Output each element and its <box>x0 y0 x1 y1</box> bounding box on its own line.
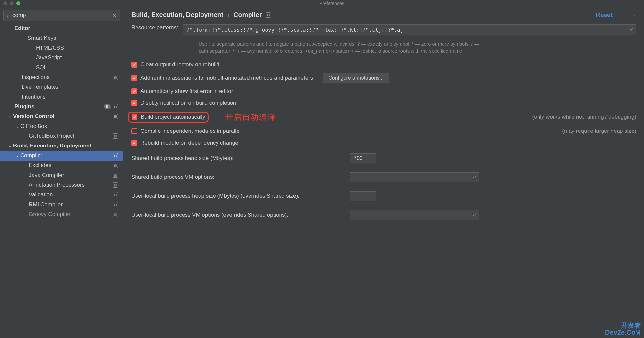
resource-patterns-help: Use ; to separate patterns and ! to nega… <box>199 40 486 54</box>
configure-annotations-button[interactable]: Configure annotations... <box>323 73 389 83</box>
user-vm-label: User-local build process VM options (ove… <box>131 212 350 218</box>
tree-rmi-compiler[interactable]: RMI Compiler⊟ <box>0 200 123 209</box>
chk-build-notification[interactable] <box>131 100 137 106</box>
nav-back-icon[interactable]: ← <box>618 11 624 19</box>
search-input[interactable] <box>12 12 109 19</box>
settings-tree: Editor ⌄Smart Keys HTML/CSS JavaScript S… <box>0 23 123 338</box>
chevron-right-icon: › <box>227 11 230 19</box>
window-title: Preferences <box>23 1 641 6</box>
shared-vm-label: Shared build process VM options: <box>131 174 350 180</box>
tree-annotation-processors[interactable]: Annotation Processors⊟ <box>0 180 123 190</box>
chk-rebuild-dependency-label: Rebuild module on dependency change <box>140 140 238 146</box>
tree-live-templates[interactable]: Live Templates <box>0 82 123 92</box>
chk-auto-build-label: Build project automatically <box>141 114 205 120</box>
search-box[interactable]: ⌕ ✕ <box>3 10 120 21</box>
breadcrumb-current: Compiler <box>233 11 262 19</box>
expand-icon[interactable]: ⤢ <box>473 212 476 217</box>
titlebar: Preferences <box>0 0 644 7</box>
reset-button[interactable]: Reset <box>596 11 613 19</box>
window-minimize-icon[interactable] <box>10 1 14 5</box>
expand-icon[interactable]: ⤢ <box>630 26 634 32</box>
tree-version-control[interactable]: ⌄Version Control⊟ <box>0 112 123 121</box>
chk-compile-parallel-label: Compile independent modules in parallel <box>140 128 241 134</box>
tree-inspections[interactable]: Inspections⊟ <box>0 72 123 82</box>
user-heap-label: User-local build process heap size (Mbyt… <box>131 193 350 199</box>
chk-show-first-error-label: Automatically show first error in editor <box>140 88 233 95</box>
chk-auto-build[interactable] <box>132 114 137 120</box>
chk-clear-output[interactable] <box>131 62 137 68</box>
scope-icon: ⊟ <box>113 104 118 109</box>
chevron-down-icon: ⌄ <box>14 124 20 129</box>
tree-java-compiler[interactable]: Java Compiler⊟ <box>0 170 123 180</box>
plugins-count-badge: 9 <box>104 104 111 109</box>
tree-sql[interactable]: SQL <box>0 63 123 72</box>
user-heap-input[interactable] <box>350 191 376 201</box>
tree-excludes[interactable]: Excludes⊟ <box>0 161 123 170</box>
clear-search-icon[interactable]: ✕ <box>112 12 116 19</box>
chk-show-first-error[interactable] <box>131 88 137 94</box>
chk-rebuild-dependency[interactable] <box>131 140 137 146</box>
tree-plugins[interactable]: Plugins9⊟ <box>0 102 123 112</box>
search-icon: ⌕ <box>7 13 10 18</box>
chevron-down-icon: ⌄ <box>22 36 27 40</box>
content-panel: Build, Execution, Deployment › Compiler … <box>123 7 644 338</box>
nav-forward-icon[interactable]: → <box>630 11 636 19</box>
tree-html-css[interactable]: HTML/CSS <box>0 43 123 53</box>
expand-icon[interactable]: ⤢ <box>473 174 476 179</box>
chk-runtime-assertions-label: Add runtime assertions for notnull-annot… <box>140 75 313 81</box>
chk-clear-output-label: Clear output directory on rebuild <box>140 61 219 68</box>
tree-validation[interactable]: Validation⊟ <box>0 190 123 200</box>
resource-patterns-label: Resource patterns: <box>131 24 178 31</box>
window-close-icon[interactable] <box>3 1 7 5</box>
tree-bed[interactable]: ⌄Build, Execution, Deployment <box>0 141 123 151</box>
annotation-highlight-box: Build project automatically <box>128 112 209 123</box>
tree-gittoolbox[interactable]: ⌄GitToolBox <box>0 121 123 131</box>
chk-runtime-assertions[interactable] <box>131 75 137 81</box>
scope-icon: ⊟ <box>266 12 271 18</box>
scope-icon: ⊟ <box>113 202 118 207</box>
tree-smart-keys[interactable]: ⌄Smart Keys <box>0 33 123 43</box>
tree-editor[interactable]: Editor <box>0 23 123 33</box>
shared-heap-input[interactable] <box>350 153 376 163</box>
annotation-text: 开启自动编译 <box>225 112 276 122</box>
breadcrumb: Build, Execution, Deployment › Compiler … <box>131 11 272 19</box>
tree-compiler[interactable]: ⌄Compiler⊟ <box>0 151 123 161</box>
parallel-hint: (may require larger heap size) <box>562 128 636 134</box>
window-zoom-icon[interactable] <box>16 1 20 5</box>
scope-icon: ⊟ <box>113 133 118 139</box>
scope-icon: ⊟ <box>113 212 118 217</box>
scope-icon: ⊟ <box>113 153 118 158</box>
scope-icon: ⊟ <box>113 192 118 197</box>
chk-compile-parallel[interactable] <box>131 128 137 134</box>
auto-build-hint: (only works while not running / debuggin… <box>532 114 636 120</box>
chevron-down-icon: ⌄ <box>7 114 13 119</box>
tree-groovy-compiler[interactable]: Groovy Compiler⊟ <box>0 209 123 219</box>
watermark: 开发者 DevZe.CoM <box>605 322 641 336</box>
shared-heap-label: Shared build process heap size (Mbytes): <box>131 155 350 161</box>
tree-gittoolbox-project[interactable]: GitToolBox Project⊟ <box>0 131 123 141</box>
scope-icon: ⊟ <box>113 114 118 119</box>
scope-icon: ⊟ <box>113 173 118 178</box>
scope-icon: ⊟ <box>113 163 118 168</box>
chevron-down-icon: ⌄ <box>14 153 20 158</box>
chk-build-notification-label: Display notification on build completion <box>140 100 236 106</box>
scope-icon: ⊟ <box>113 75 118 80</box>
breadcrumb-parent[interactable]: Build, Execution, Deployment <box>131 11 223 19</box>
resource-patterns-input[interactable] <box>183 24 636 35</box>
chevron-down-icon: ⌄ <box>7 144 13 148</box>
user-vm-input[interactable] <box>350 210 479 220</box>
tree-intentions[interactable]: Intentions <box>0 92 123 102</box>
shared-vm-input[interactable] <box>350 172 479 182</box>
sidebar: ⌕ ✕ Editor ⌄Smart Keys HTML/CSS JavaScri… <box>0 7 123 338</box>
tree-javascript[interactable]: JavaScript <box>0 53 123 63</box>
scope-icon: ⊟ <box>113 182 118 188</box>
